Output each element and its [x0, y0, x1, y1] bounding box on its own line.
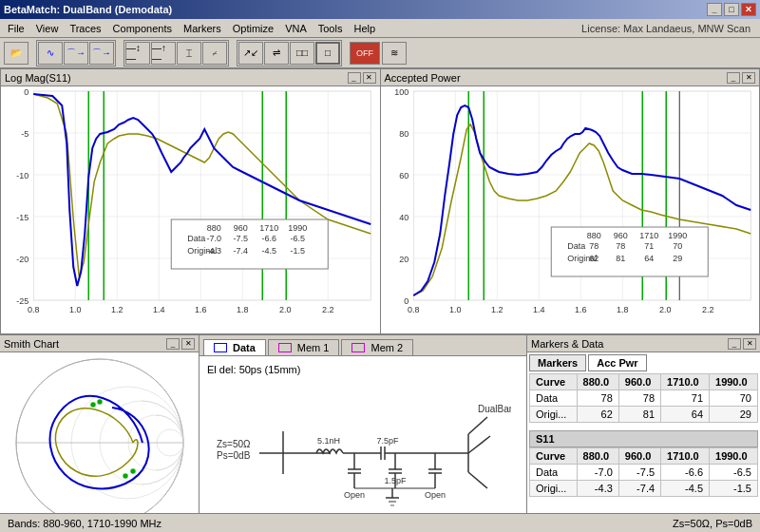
tab-data[interactable]: Data	[203, 339, 266, 355]
log-mag-body[interactable]: 0 -5 -10 -15 -20 -25 0.8 1.0 1.2 1.4 1.6…	[1, 86, 380, 333]
license-text: License: Max Landaeus, MNW Scan	[581, 23, 758, 34]
accepted-power-min-button[interactable]: _	[727, 72, 740, 84]
svg-text:40: 40	[399, 213, 408, 222]
tb-marker1-button[interactable]: —↕—	[125, 42, 150, 65]
s11-orig-label: Origi...	[530, 481, 578, 497]
svg-line-143	[468, 417, 487, 434]
tb-open-button[interactable]: 📂	[4, 42, 28, 65]
smith-close-button[interactable]: ✕	[181, 338, 195, 350]
markers-min-button[interactable]: _	[728, 338, 741, 350]
circuit-tabs: Data Mem 1 Mem 2	[200, 335, 526, 356]
accepted-power-title: Accepted Power	[385, 72, 461, 84]
svg-text:62: 62	[589, 254, 598, 263]
smith-min-button[interactable]: _	[166, 338, 180, 350]
s11-col1: 880.0	[577, 448, 618, 465]
svg-text:-15: -15	[16, 213, 28, 222]
menu-view[interactable]: View	[30, 21, 65, 36]
s11-orig-1990: -1.5	[710, 481, 758, 497]
s11-data-880: -7.0	[577, 465, 618, 481]
close-button[interactable]: ✕	[741, 3, 756, 16]
svg-text:960: 960	[234, 223, 248, 233]
svg-text:1.4: 1.4	[153, 305, 165, 314]
log-mag-min-button[interactable]: _	[348, 72, 361, 84]
smith-controls: _ ✕	[166, 338, 195, 350]
tb-opt4-button[interactable]: □	[315, 42, 340, 65]
smith-body[interactable]	[0, 352, 199, 532]
svg-text:1.5pF: 1.5pF	[384, 476, 407, 485]
table-row: Data -7.0 -7.5 -6.6 -6.5	[530, 465, 758, 481]
acc-pwr-orig-880: 62	[577, 407, 618, 423]
menu-tools[interactable]: Tools	[313, 21, 349, 36]
svg-text:1.0: 1.0	[448, 305, 461, 314]
s11-data-1710: -6.6	[661, 465, 710, 481]
tb-marker2-button[interactable]: —↑—	[151, 42, 176, 65]
svg-text:71: 71	[644, 241, 654, 251]
menu-components[interactable]: Components	[107, 21, 178, 36]
markers-title: Markers & Data	[531, 338, 603, 350]
svg-text:1.8: 1.8	[237, 305, 249, 314]
svg-text:960: 960	[613, 231, 627, 240]
tb-extra-button[interactable]: ≋	[382, 42, 407, 65]
title-controls: _ □ ✕	[707, 3, 756, 16]
tb-opt2-button[interactable]: ⇌	[264, 42, 289, 65]
menu-file[interactable]: File	[2, 21, 30, 36]
log-mag-controls: _ ✕	[348, 72, 376, 84]
s11-orig-1710: -4.5	[661, 481, 710, 497]
svg-text:2.0: 2.0	[658, 305, 671, 314]
markers-panel: Markers & Data _ ✕ Markers Acc Pwr	[527, 335, 760, 532]
tb-marker4-button[interactable]: ⌿	[202, 42, 227, 65]
circuit-svg: Zs=50Ω Ps=0dB 5.1nH	[207, 379, 511, 512]
svg-text:1.8: 1.8	[616, 305, 628, 314]
svg-text:29: 29	[673, 254, 682, 263]
s11-col4: 1990.0	[710, 448, 758, 465]
markers-section-tabs: Markers Acc Pwr	[529, 354, 758, 371]
svg-text:1.2: 1.2	[111, 305, 124, 314]
menu-traces[interactable]: Traces	[64, 21, 106, 36]
svg-point-106	[123, 473, 128, 479]
tb-marker3-button[interactable]: ⌶	[177, 42, 201, 65]
markers-close-button[interactable]: ✕	[743, 338, 756, 350]
svg-text:-4.5: -4.5	[261, 246, 276, 256]
acc-pwr-col1: 880.0	[577, 374, 618, 390]
svg-point-104	[90, 402, 96, 408]
menu-help[interactable]: Help	[348, 21, 381, 36]
markers-tab[interactable]: Markers	[529, 354, 586, 371]
tb-opt1-button[interactable]: ↗↙	[238, 42, 263, 65]
svg-text:0.8: 0.8	[28, 305, 40, 314]
svg-text:-4.3: -4.3	[206, 246, 221, 256]
svg-text:Ps=0dB: Ps=0dB	[217, 450, 251, 461]
svg-text:Data: Data	[187, 234, 205, 243]
acc-pwr-tab[interactable]: Acc Pwr	[588, 354, 646, 371]
accepted-power-body[interactable]: 100 80 60 40 20 0 0.8 1.0 1.2 1.4 1.6 1.…	[381, 86, 760, 333]
tb-trace1-button[interactable]: ∿	[38, 42, 63, 65]
tb-marker-group: —↕— —↑— ⌶ ⌿	[124, 40, 229, 66]
table-row: Origi... -4.3 -7.4 -4.5 -1.5	[530, 481, 758, 497]
s11-section: S11 Curve 880.0 960.0 1710.0 1990.0	[527, 428, 760, 499]
tb-off-button[interactable]: OFF	[350, 42, 380, 65]
log-mag-close-button[interactable]: ✕	[363, 72, 376, 84]
menu-markers[interactable]: Markers	[178, 21, 227, 36]
svg-text:2.2: 2.2	[322, 305, 334, 314]
svg-text:1710: 1710	[259, 223, 278, 233]
charts-row: Log Mag(S11) _ ✕	[0, 68, 760, 334]
svg-text:80: 80	[399, 129, 408, 139]
minimize-button[interactable]: _	[707, 3, 722, 16]
menu-optimize[interactable]: Optimize	[227, 21, 279, 36]
s11-col3: 1710.0	[661, 448, 710, 465]
acc-pwr-data-960: 78	[618, 390, 660, 407]
smith-panel: Smith Chart _ ✕	[0, 335, 200, 532]
tab-mem2[interactable]: Mem 2	[341, 339, 413, 355]
table-row: Origi... 62 81 64 29	[530, 407, 758, 423]
svg-text:-5: -5	[21, 129, 28, 139]
tb-trace3-button[interactable]: ⌒→	[89, 42, 114, 65]
accepted-power-close-button[interactable]: ✕	[742, 72, 755, 84]
acc-pwr-table: Curve 880.0 960.0 1710.0 1990.0 Data 78	[529, 373, 758, 423]
svg-text:0.8: 0.8	[407, 305, 419, 314]
tb-trace-group: ∿ ⌒→ ⌒→	[36, 40, 116, 66]
menu-vna[interactable]: VNA	[279, 21, 313, 36]
maximize-button[interactable]: □	[724, 3, 739, 16]
tb-trace2-button[interactable]: ⌒→	[64, 42, 88, 65]
svg-text:78: 78	[589, 241, 598, 251]
tab-mem1[interactable]: Mem 1	[268, 339, 340, 355]
tb-opt3-button[interactable]: □□	[290, 42, 314, 65]
